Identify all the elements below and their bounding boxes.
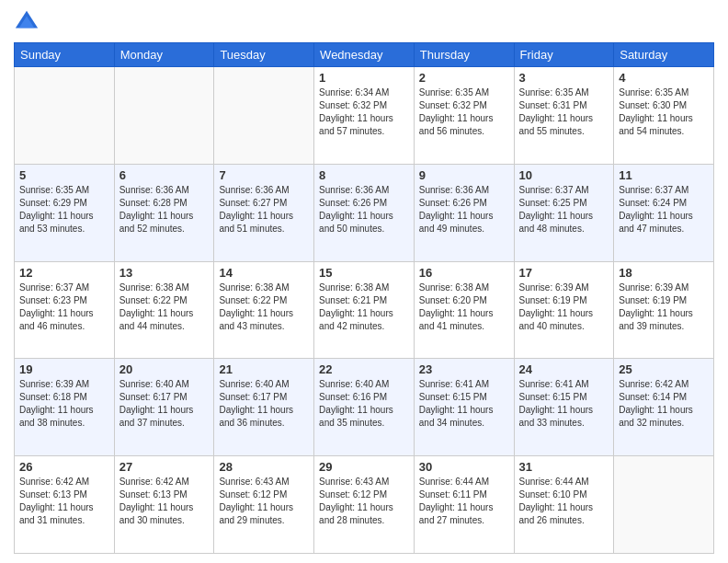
calendar-day: 17 Sunrise: 6:39 AM Sunset: 6:19 PM Dayl… bbox=[514, 261, 614, 359]
day-number: 31 bbox=[519, 460, 609, 474]
sunrise-label: Sunrise: bbox=[519, 87, 553, 98]
calendar-day bbox=[15, 67, 115, 165]
daylight-label: Daylight: bbox=[519, 113, 555, 123]
day-info: Sunrise: 6:38 AM Sunset: 6:21 PM Dayligh… bbox=[319, 282, 409, 333]
calendar-header-row: SundayMondayTuesdayWednesdayThursdayFrid… bbox=[15, 43, 714, 67]
calendar-day bbox=[214, 67, 314, 165]
day-info: Sunrise: 6:36 AM Sunset: 6:26 PM Dayligh… bbox=[419, 184, 509, 236]
calendar-day: 19 Sunrise: 6:39 AM Sunset: 6:18 PM Dayl… bbox=[15, 359, 115, 456]
day-number: 12 bbox=[19, 266, 109, 280]
sunset-label: Sunset: bbox=[219, 392, 250, 402]
day-number: 8 bbox=[319, 168, 409, 182]
calendar-header-monday: Monday bbox=[114, 43, 214, 67]
sunset-label: Sunset: bbox=[319, 295, 350, 305]
sunrise-label: Sunrise: bbox=[19, 185, 53, 195]
day-info: Sunrise: 6:40 AM Sunset: 6:17 PM Dayligh… bbox=[119, 378, 210, 430]
calendar-day: 8 Sunrise: 6:36 AM Sunset: 6:26 PM Dayli… bbox=[314, 164, 415, 261]
daylight-label: Daylight: bbox=[19, 502, 55, 512]
calendar-table: SundayMondayTuesdayWednesdayThursdayFrid… bbox=[14, 42, 714, 554]
sunset-label: Sunset: bbox=[619, 392, 650, 402]
sunrise-label: Sunrise: bbox=[419, 477, 453, 487]
day-number: 16 bbox=[419, 266, 509, 280]
day-info: Sunrise: 6:38 AM Sunset: 6:20 PM Dayligh… bbox=[419, 282, 509, 333]
calendar-day: 20 Sunrise: 6:40 AM Sunset: 6:17 PM Dayl… bbox=[114, 359, 214, 456]
calendar-header-wednesday: Wednesday bbox=[314, 43, 415, 67]
calendar-day: 4 Sunrise: 6:35 AM Sunset: 6:30 PM Dayli… bbox=[614, 67, 714, 165]
calendar-day: 28 Sunrise: 6:43 AM Sunset: 6:12 PM Dayl… bbox=[214, 456, 314, 554]
calendar-day: 23 Sunrise: 6:41 AM Sunset: 6:15 PM Dayl… bbox=[414, 359, 514, 456]
sunset-label: Sunset: bbox=[119, 295, 151, 305]
day-number: 23 bbox=[419, 362, 509, 376]
day-info: Sunrise: 6:35 AM Sunset: 6:30 PM Dayligh… bbox=[619, 86, 709, 138]
sunset-label: Sunset: bbox=[519, 100, 551, 110]
daylight-label: Daylight: bbox=[419, 502, 455, 512]
sunset-label: Sunset: bbox=[319, 392, 350, 402]
day-info: Sunrise: 6:37 AM Sunset: 6:24 PM Dayligh… bbox=[619, 184, 709, 236]
daylight-label: Daylight: bbox=[119, 405, 155, 415]
calendar-day: 7 Sunrise: 6:36 AM Sunset: 6:27 PM Dayli… bbox=[214, 164, 314, 261]
daylight-label: Daylight: bbox=[219, 502, 255, 512]
calendar-day: 25 Sunrise: 6:42 AM Sunset: 6:14 PM Dayl… bbox=[614, 359, 714, 456]
daylight-label: Daylight: bbox=[119, 502, 155, 512]
day-info: Sunrise: 6:35 AM Sunset: 6:29 PM Dayligh… bbox=[19, 184, 109, 236]
calendar-day: 27 Sunrise: 6:42 AM Sunset: 6:13 PM Dayl… bbox=[114, 456, 214, 554]
sunrise-label: Sunrise: bbox=[319, 87, 353, 98]
daylight-label: Daylight: bbox=[519, 211, 555, 221]
daylight-label: Daylight: bbox=[319, 405, 355, 415]
calendar-day: 31 Sunrise: 6:44 AM Sunset: 6:10 PM Dayl… bbox=[514, 456, 614, 554]
header bbox=[14, 9, 714, 35]
day-info: Sunrise: 6:41 AM Sunset: 6:15 PM Dayligh… bbox=[519, 378, 609, 430]
daylight-label: Daylight: bbox=[419, 211, 455, 221]
day-number: 22 bbox=[319, 362, 409, 376]
day-number: 14 bbox=[219, 266, 309, 280]
day-info: Sunrise: 6:38 AM Sunset: 6:22 PM Dayligh… bbox=[219, 282, 309, 333]
sunset-label: Sunset: bbox=[419, 295, 450, 305]
day-info: Sunrise: 6:39 AM Sunset: 6:19 PM Dayligh… bbox=[619, 282, 709, 333]
logo-icon bbox=[14, 9, 40, 35]
sunset-label: Sunset: bbox=[519, 392, 551, 402]
calendar-day: 9 Sunrise: 6:36 AM Sunset: 6:26 PM Dayli… bbox=[414, 164, 514, 261]
sunset-label: Sunset: bbox=[419, 100, 450, 110]
calendar-day: 16 Sunrise: 6:38 AM Sunset: 6:20 PM Dayl… bbox=[414, 261, 514, 359]
day-number: 5 bbox=[19, 168, 109, 182]
day-number: 17 bbox=[519, 266, 609, 280]
day-number: 2 bbox=[419, 71, 509, 85]
day-info: Sunrise: 6:43 AM Sunset: 6:12 PM Dayligh… bbox=[319, 476, 409, 527]
calendar-day bbox=[614, 456, 714, 554]
calendar-day: 18 Sunrise: 6:39 AM Sunset: 6:19 PM Dayl… bbox=[614, 261, 714, 359]
sunrise-label: Sunrise: bbox=[219, 185, 253, 195]
calendar-day: 26 Sunrise: 6:42 AM Sunset: 6:13 PM Dayl… bbox=[15, 456, 115, 554]
calendar-week-row: 12 Sunrise: 6:37 AM Sunset: 6:23 PM Dayl… bbox=[15, 261, 714, 359]
day-number: 29 bbox=[319, 460, 409, 474]
day-info: Sunrise: 6:36 AM Sunset: 6:28 PM Dayligh… bbox=[119, 184, 210, 236]
day-number: 18 bbox=[619, 266, 709, 280]
day-info: Sunrise: 6:42 AM Sunset: 6:13 PM Dayligh… bbox=[19, 476, 109, 527]
daylight-label: Daylight: bbox=[219, 308, 255, 318]
sunrise-label: Sunrise: bbox=[519, 185, 553, 195]
sunset-label: Sunset: bbox=[219, 295, 250, 305]
calendar-day: 22 Sunrise: 6:40 AM Sunset: 6:16 PM Dayl… bbox=[314, 359, 415, 456]
sunrise-label: Sunrise: bbox=[119, 379, 154, 389]
sunrise-label: Sunrise: bbox=[119, 477, 154, 487]
sunset-label: Sunset: bbox=[119, 489, 151, 500]
daylight-label: Daylight: bbox=[519, 502, 555, 512]
sunset-label: Sunset: bbox=[619, 198, 650, 208]
calendar-week-row: 1 Sunrise: 6:34 AM Sunset: 6:32 PM Dayli… bbox=[15, 67, 714, 165]
daylight-label: Daylight: bbox=[619, 211, 654, 221]
day-info: Sunrise: 6:36 AM Sunset: 6:26 PM Dayligh… bbox=[319, 184, 409, 236]
day-number: 13 bbox=[119, 266, 210, 280]
calendar-day: 3 Sunrise: 6:35 AM Sunset: 6:31 PM Dayli… bbox=[514, 67, 614, 165]
daylight-label: Daylight: bbox=[419, 405, 455, 415]
page: SundayMondayTuesdayWednesdayThursdayFrid… bbox=[0, 0, 728, 563]
sunset-label: Sunset: bbox=[319, 100, 350, 110]
sunset-label: Sunset: bbox=[519, 295, 551, 305]
daylight-label: Daylight: bbox=[19, 308, 55, 318]
calendar-day: 11 Sunrise: 6:37 AM Sunset: 6:24 PM Dayl… bbox=[614, 164, 714, 261]
sunset-label: Sunset: bbox=[519, 198, 551, 208]
day-number: 9 bbox=[419, 168, 509, 182]
sunrise-label: Sunrise: bbox=[119, 185, 154, 195]
day-info: Sunrise: 6:37 AM Sunset: 6:23 PM Dayligh… bbox=[19, 282, 109, 333]
daylight-label: Daylight: bbox=[619, 405, 654, 415]
sunrise-label: Sunrise: bbox=[19, 282, 53, 293]
day-number: 1 bbox=[319, 71, 409, 85]
